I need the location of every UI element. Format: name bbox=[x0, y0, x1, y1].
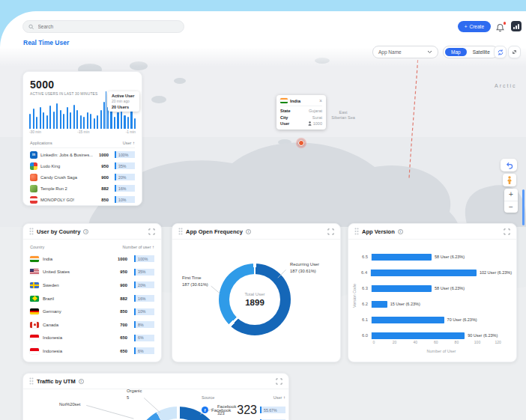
list-item[interactable]: Temple Run 288216% bbox=[30, 183, 135, 194]
active-users-card: 5000 ACTIVE USERS IN LAST 30 MINUTES -30… bbox=[22, 71, 142, 206]
list-item[interactable]: Candy Crush Saga90020% bbox=[30, 171, 135, 183]
card-title: App Version bbox=[362, 228, 395, 235]
expand-icon[interactable] bbox=[276, 378, 282, 385]
street-view-pegman[interactable] bbox=[503, 174, 516, 186]
user-count: 882 bbox=[120, 296, 127, 301]
app-name-select[interactable]: App Name bbox=[372, 46, 438, 58]
de-flag-icon bbox=[30, 308, 39, 314]
notification-badge bbox=[504, 22, 507, 25]
table-row[interactable]: Brazil88216% bbox=[30, 292, 154, 305]
table-row[interactable]: Indonesia6506% bbox=[30, 344, 154, 358]
info-icon[interactable]: i bbox=[246, 229, 251, 234]
x-tick: 60 bbox=[434, 340, 438, 344]
map-region-label: Arctic bbox=[495, 83, 517, 88]
organic-callout: Organic 5 bbox=[127, 388, 142, 401]
percent-chip: 10% bbox=[134, 308, 154, 315]
drag-handle-icon[interactable] bbox=[29, 228, 34, 235]
version-bar[interactable] bbox=[372, 317, 444, 323]
app-name: MONOPOLY GO! bbox=[40, 198, 98, 202]
version-bar[interactable] bbox=[372, 285, 432, 292]
drag-handle-icon[interactable] bbox=[178, 228, 183, 235]
expand-icon[interactable] bbox=[504, 228, 510, 235]
version-bar[interactable] bbox=[371, 270, 477, 276]
search-input[interactable] bbox=[38, 24, 179, 29]
map-view-button[interactable]: Map bbox=[445, 48, 467, 56]
app-name: Temple Run 2 bbox=[40, 186, 98, 191]
page-scrollbar[interactable] bbox=[522, 189, 525, 225]
ludo-app-icon bbox=[30, 162, 37, 170]
active-users-value: 5000 bbox=[30, 79, 135, 91]
sparkline-bar bbox=[67, 107, 68, 129]
table-row[interactable]: Indonesia6506% bbox=[30, 332, 154, 345]
refresh-button[interactable] bbox=[494, 46, 507, 58]
map-sea-label: East Siberian Sea bbox=[321, 110, 366, 121]
info-icon[interactable]: i bbox=[79, 379, 84, 384]
table-row[interactable]: fFacebook32355.67% bbox=[202, 404, 285, 416]
zoom-out-button[interactable]: − bbox=[504, 201, 518, 213]
x-tick: 100 bbox=[474, 340, 480, 344]
user-count: 950 bbox=[101, 164, 109, 168]
in-flag-icon bbox=[30, 256, 39, 262]
version-bar[interactable] bbox=[372, 254, 432, 261]
user-count: 882 bbox=[101, 186, 109, 191]
table-row[interactable]: Germany85010% bbox=[30, 305, 154, 318]
card-title: Traffic by UTM bbox=[37, 378, 76, 385]
user-count: 950 bbox=[120, 270, 127, 274]
undo-icon bbox=[505, 162, 513, 169]
table-row[interactable]: India1000100% bbox=[30, 252, 154, 266]
chart-hover-line bbox=[106, 91, 106, 129]
user-count: 1000 bbox=[99, 153, 109, 157]
list-item[interactable]: inLinkedIn: Jobs & Busines...1000100% bbox=[30, 149, 135, 160]
x-axis-ticks: 020406080100120 bbox=[374, 340, 509, 346]
zoom-in-button[interactable]: + bbox=[504, 189, 518, 201]
sort-arrow-icon[interactable]: ↑ bbox=[152, 245, 154, 249]
y-axis-label: Version Code bbox=[352, 273, 357, 318]
list-item[interactable]: Ludo King95035% bbox=[30, 160, 135, 171]
percent-chip: 16% bbox=[115, 185, 135, 192]
satellite-view-button[interactable]: Satellite bbox=[467, 48, 496, 56]
map-marker-india[interactable] bbox=[296, 138, 306, 148]
table-row[interactable]: Sweden90020% bbox=[30, 279, 154, 292]
sparkline-axis: -30 min -15 min -1 min bbox=[29, 130, 136, 134]
frequency-donut-chart[interactable]: Total User 1899 bbox=[219, 264, 291, 335]
list-item[interactable]: MONOPOLY GO!85010% bbox=[30, 194, 135, 205]
sparkline-bar bbox=[36, 117, 37, 129]
drag-handle-icon[interactable] bbox=[29, 377, 34, 385]
analytics-button[interactable] bbox=[511, 21, 522, 31]
sparkline-bar bbox=[94, 118, 95, 129]
app-version-card: App Versioni Version Code 6.558 User (6.… bbox=[348, 223, 517, 362]
info-icon[interactable]: i bbox=[83, 229, 88, 234]
user-count: 323 bbox=[237, 404, 257, 417]
notifications-button[interactable] bbox=[496, 22, 506, 31]
user-count: 850 bbox=[120, 309, 127, 314]
drag-handle-icon[interactable] bbox=[354, 228, 359, 235]
table-row[interactable]: Canada7008% bbox=[30, 318, 154, 332]
version-tick: 6.5 bbox=[359, 255, 371, 259]
ca-flag-icon bbox=[30, 322, 39, 328]
expand-icon[interactable] bbox=[327, 228, 334, 235]
sort-arrow-icon[interactable]: ↑ bbox=[283, 395, 285, 400]
percent-chip: 10% bbox=[115, 196, 135, 203]
percent-chip: 100% bbox=[134, 255, 154, 262]
undo-button[interactable] bbox=[501, 159, 517, 171]
bar-track: 58 User (6.23%) bbox=[371, 285, 512, 292]
fullscreen-button[interactable] bbox=[508, 46, 521, 58]
percent-chip: 20% bbox=[115, 174, 135, 180]
sort-arrow-icon[interactable]: ↑ bbox=[133, 141, 135, 145]
sparkline-bar bbox=[29, 114, 31, 129]
table-row[interactable]: United States95035% bbox=[30, 266, 154, 279]
map-type-toggle: Map Satellite bbox=[443, 46, 498, 58]
map-zoom-controls: + − bbox=[504, 189, 518, 213]
search-bar bbox=[22, 20, 184, 33]
version-bar[interactable] bbox=[372, 301, 387, 308]
expand-icon[interactable] bbox=[148, 228, 155, 235]
version-tick: 6.3 bbox=[359, 286, 371, 290]
sparkline-bar bbox=[80, 115, 82, 129]
refresh-icon bbox=[497, 49, 504, 56]
bar-track: 15 User (6.23%) bbox=[371, 301, 512, 308]
x-tick: 0 bbox=[373, 340, 375, 344]
close-icon[interactable]: × bbox=[319, 98, 322, 103]
info-icon[interactable]: i bbox=[398, 229, 403, 234]
create-button[interactable]: + Create bbox=[458, 21, 491, 32]
version-bar[interactable] bbox=[372, 332, 465, 339]
